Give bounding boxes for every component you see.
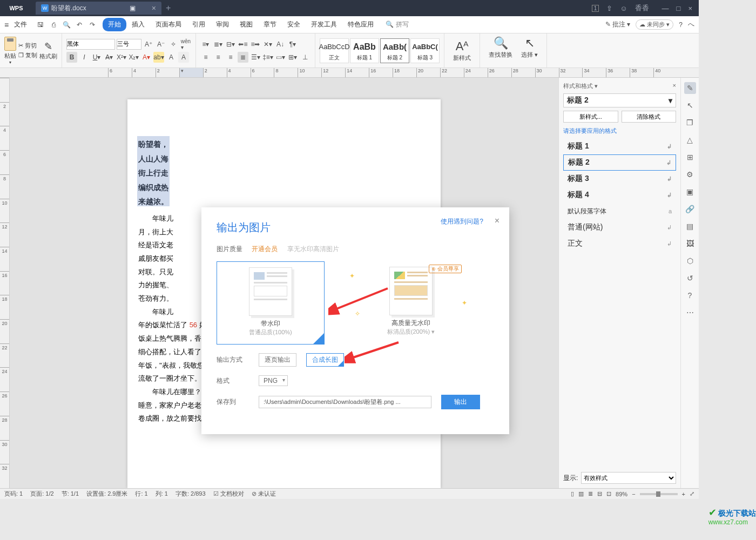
super-icon[interactable]: X²▾ bbox=[116, 52, 127, 63]
style-item-h2[interactable]: 标题 2↲ bbox=[563, 154, 676, 171]
new-tab-button[interactable]: + bbox=[166, 3, 171, 13]
tab-insert[interactable]: 插入 bbox=[126, 18, 150, 31]
clear-format-button[interactable]: 清除格式 bbox=[622, 111, 677, 123]
style-item-body[interactable]: 正文↲ bbox=[563, 235, 676, 252]
tool-shape-icon[interactable]: △ bbox=[684, 134, 696, 146]
style-item-h3[interactable]: 标题 3↲ bbox=[563, 171, 676, 187]
styles-gallery[interactable]: AaBbCcD正文 AaBb标题 1 AaBb(标题 2 AaBbC(标题 3 bbox=[320, 38, 440, 63]
undo-icon[interactable]: ↶ bbox=[75, 21, 84, 29]
clear-format-icon[interactable]: ✧ bbox=[168, 39, 179, 50]
maximize-icon[interactable]: □ bbox=[677, 4, 681, 12]
tabs-icon[interactable]: ⊥ bbox=[300, 52, 310, 63]
status-section[interactable]: 节: 1/1 bbox=[62, 490, 79, 498]
grow-font-icon[interactable]: A⁺ bbox=[143, 39, 154, 50]
select-button[interactable]: ↖选择 ▾ bbox=[517, 36, 542, 65]
distribute-icon[interactable]: ☰▾ bbox=[250, 52, 261, 63]
style-h2[interactable]: AaBb(标题 2 bbox=[380, 38, 409, 63]
file-menu[interactable]: 文件 bbox=[11, 19, 30, 30]
style-item-h1[interactable]: 标题 1↲ bbox=[563, 138, 676, 154]
tool-help-icon[interactable]: ? bbox=[684, 289, 696, 301]
document-area[interactable]: 盼望着， 人山人海 街上行走 编织成热 来越浓。 年味儿 月，街上大 经是语文老… bbox=[10, 78, 558, 488]
help-icon[interactable]: ? bbox=[679, 21, 683, 29]
close-icon[interactable]: × bbox=[688, 4, 692, 12]
fullscreen-icon[interactable]: ⤢ bbox=[690, 490, 694, 497]
view-print-icon[interactable]: ≣ bbox=[588, 490, 593, 497]
tool-settings-icon[interactable]: ⚙ bbox=[684, 168, 696, 180]
style-h3[interactable]: AaBbC(标题 3 bbox=[410, 38, 440, 63]
view-phone-icon[interactable]: ▯ bbox=[571, 490, 574, 497]
option-hd-nowatermark[interactable]: ⊕ 会员尊享 ✦ ✧ ✦ 高质量无水印 标清品质(200%) ▾ bbox=[357, 261, 465, 345]
tab-close-icon[interactable]: × bbox=[152, 4, 156, 12]
collapse-ribbon-icon[interactable]: へ bbox=[688, 20, 694, 29]
show-filter-select[interactable]: 有效样式 bbox=[581, 472, 676, 484]
strike-icon[interactable]: A̶▾ bbox=[104, 52, 114, 63]
increase-indent-icon[interactable]: ≡➡ bbox=[250, 39, 261, 50]
ruler-vertical[interactable]: 2468101214161820222426283032 bbox=[0, 78, 10, 488]
italic-icon[interactable]: I bbox=[79, 52, 90, 63]
zoom-out-icon[interactable]: − bbox=[632, 491, 635, 497]
style-normal[interactable]: AaBbCcD正文 bbox=[320, 38, 349, 63]
justify-icon[interactable]: ≣ bbox=[238, 52, 248, 63]
status-page-no[interactable]: 页码: 1 bbox=[4, 490, 23, 498]
char-shade-icon[interactable]: A bbox=[178, 52, 189, 63]
sort-icon[interactable]: A↓ bbox=[275, 39, 286, 50]
tool-link-icon[interactable]: 🔗 bbox=[684, 203, 696, 215]
status-cert[interactable]: ⊘ 未认证 bbox=[252, 490, 276, 498]
style-h1[interactable]: AaBb标题 1 bbox=[350, 38, 379, 63]
notif-icon[interactable]: 1 bbox=[592, 5, 599, 12]
zoom-in-icon[interactable]: + bbox=[682, 491, 685, 497]
new-style-pane-button[interactable]: 新样式... bbox=[563, 111, 618, 123]
underline-icon[interactable]: U▾ bbox=[91, 52, 102, 63]
format-painter[interactable]: ✎格式刷 bbox=[39, 40, 57, 60]
dialog-help-link[interactable]: 使用遇到问题? bbox=[441, 217, 483, 226]
dialog-close-icon[interactable]: × bbox=[495, 216, 500, 226]
bold-icon[interactable]: B bbox=[66, 52, 77, 63]
search-field[interactable]: 🔍 拼写 bbox=[386, 20, 408, 29]
zoom-slider[interactable] bbox=[640, 493, 678, 495]
borders-icon[interactable]: ⊞▾ bbox=[287, 52, 298, 63]
tool-table-icon[interactable]: ⊞ bbox=[684, 151, 696, 163]
tool-more-icon[interactable]: ⋯ bbox=[684, 307, 696, 319]
user-avatar-icon[interactable]: ☺ bbox=[620, 4, 627, 12]
tool-pic-icon[interactable]: 🖼 bbox=[684, 238, 696, 249]
find-replace-button[interactable]: 🔍查找替换 bbox=[484, 36, 517, 65]
tool-layout-icon[interactable]: ▤ bbox=[684, 220, 696, 232]
orientation-icon[interactable]: ✕▾ bbox=[262, 39, 273, 50]
font-family-input[interactable] bbox=[66, 39, 115, 50]
mode-per-page[interactable]: 逐页输出 bbox=[259, 353, 296, 367]
preview-icon[interactable]: 🔍 bbox=[62, 21, 71, 29]
style-item-default-font[interactable]: 默认段落字体a bbox=[563, 203, 676, 219]
view-outline-icon[interactable]: ⊟ bbox=[597, 490, 602, 497]
sub-icon[interactable]: X₂▾ bbox=[129, 52, 139, 63]
hamburger-icon[interactable]: ≡ bbox=[4, 21, 9, 29]
mode-long-image[interactable]: 合成长图 bbox=[306, 353, 344, 367]
sync-button[interactable]: ☁ 未同步 ▾ bbox=[636, 19, 673, 30]
tab-section[interactable]: 章节 bbox=[258, 18, 282, 31]
tool-select-icon[interactable]: ↖ bbox=[684, 99, 696, 111]
current-style-select[interactable]: 标题 2▾ bbox=[563, 93, 676, 107]
export-button[interactable]: 输出 bbox=[441, 395, 480, 409]
status-page[interactable]: 页面: 1/2 bbox=[30, 490, 53, 498]
bullets-icon[interactable]: ≡▾ bbox=[200, 39, 211, 50]
tab-reference[interactable]: 引用 bbox=[187, 18, 211, 31]
decrease-indent-icon[interactable]: ⬅≡ bbox=[238, 39, 248, 50]
tab-quality[interactable]: 图片质量 bbox=[217, 245, 242, 253]
style-item-h4[interactable]: 标题 4↲ bbox=[563, 187, 676, 203]
tab-restore-icon[interactable]: ▣ bbox=[130, 4, 136, 12]
align-left-icon[interactable]: ≡ bbox=[200, 52, 211, 63]
zoom-value[interactable]: 89% bbox=[616, 491, 627, 497]
format-select[interactable]: PNG bbox=[259, 375, 288, 386]
view-reader-icon[interactable]: ▥ bbox=[578, 490, 584, 497]
print-icon[interactable]: ⎙ bbox=[49, 21, 58, 29]
new-style-button[interactable]: Aᴬ新样式 bbox=[449, 39, 475, 62]
show-marks-icon[interactable]: ¶▾ bbox=[287, 39, 298, 50]
status-proof[interactable]: ☑ 文档校对 bbox=[213, 490, 244, 498]
ruler-horizontal[interactable]: 642▾246810121416182022242628303234363840 bbox=[0, 68, 699, 78]
style-item-normal-web[interactable]: 普通(网站)↲ bbox=[563, 219, 676, 235]
redo-icon[interactable]: ↷ bbox=[87, 21, 97, 29]
pane-close-icon[interactable]: × bbox=[673, 82, 676, 90]
document-tab[interactable]: W 盼望着.docx ▣ × bbox=[36, 2, 161, 15]
minimize-icon[interactable]: — bbox=[662, 4, 669, 12]
status-words[interactable]: 字数: 2/893 bbox=[176, 490, 206, 498]
align-center-icon[interactable]: ≡ bbox=[213, 52, 224, 63]
